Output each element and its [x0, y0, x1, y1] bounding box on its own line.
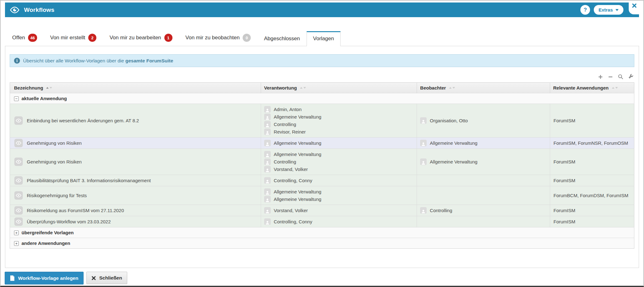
responsible-cell: Allgemeine Verwaltung	[261, 138, 417, 149]
settings-icon[interactable]	[628, 74, 634, 80]
person-entry: Allgemeine Verwaltung	[420, 158, 546, 165]
create-button-label: Workflow-Vorlage anlegen	[18, 275, 78, 281]
expand-group-icon[interactable]: +	[14, 231, 19, 235]
template-name: Risikogenehmigung für Tests	[27, 193, 87, 198]
relevant-apps-cell: ForumISM	[550, 216, 634, 227]
person-entry: Admin, Anton	[264, 106, 414, 113]
workflows-window: Workflows ? Extras Offen46Von mir erstel…	[0, 0, 644, 287]
person-icon	[264, 188, 271, 195]
sort-arrows-icon	[612, 87, 618, 89]
expand-group-icon[interactable]: +	[14, 241, 19, 246]
person-icon	[420, 158, 427, 165]
tab-abgeschlossen[interactable]: Abgeschlossen	[257, 32, 306, 46]
workflow-template-icon	[14, 158, 23, 166]
person-entry: Vorstand, Volker	[264, 207, 414, 214]
sort-arrows-icon	[300, 87, 306, 89]
person-icon	[264, 177, 271, 184]
tab-von-mir-erstellt[interactable]: Von mir erstellt2	[44, 30, 103, 46]
template-row[interactable]: Risikomeldung aus ForumISM vom 27.11.202…	[10, 205, 634, 216]
person-entry: Allgemeine Verwaltung	[264, 151, 414, 158]
workflow-template-icon	[14, 176, 23, 185]
expand-all-icon[interactable]	[598, 74, 603, 80]
observer-cell: Controlling	[417, 205, 550, 216]
template-row[interactable]: Genehmigung von RisikenAllgemeine Verwal…	[10, 138, 634, 149]
group-row-uebergreifende-vorlagen[interactable]: +übergreifende Vorlagen	[10, 227, 634, 238]
extras-label: Extras	[598, 7, 613, 12]
tab-label: Offen	[12, 35, 25, 41]
relevant-apps-cell: ForumISM, ForumNSR, ForumOSM	[550, 138, 634, 149]
extras-button[interactable]: Extras	[594, 5, 623, 15]
search-icon[interactable]	[618, 74, 623, 80]
template-row[interactable]: Plausibilitätsprüfung BAIT 3. Informatio…	[10, 175, 634, 186]
observer-cell	[417, 216, 550, 227]
person-entry: Allgemeine Verwaltung	[264, 188, 414, 195]
collapse-all-icon[interactable]	[608, 74, 613, 80]
group-label: aktuelle Anwendung	[22, 96, 67, 101]
relevant-apps-cell: ForumISM	[550, 149, 634, 175]
info-text: Übersicht über alle Workflow-Vorlagen üb…	[23, 58, 173, 64]
column-header-beobachter[interactable]: Beobachter	[417, 83, 550, 93]
template-row[interactable]: Einbindung bei wesentlichen Änderungen g…	[10, 104, 634, 138]
tab-label: Vorlagen	[313, 36, 334, 42]
workflow-template-icon	[14, 217, 23, 226]
responsible-cell: Allgemeine VerwaltungAllgemeine Verwaltu…	[261, 186, 417, 205]
template-row[interactable]: Überprüfungs-Workflow vom 23.03.2022Cont…	[10, 216, 634, 227]
template-row[interactable]: Risikogenehmigung für TestsAllgemeine Ve…	[10, 186, 634, 205]
responsible-cell: Controlling, Conny	[261, 216, 417, 227]
info-icon: i	[14, 58, 20, 64]
responsible-cell: Allgemeine VerwaltungControllingVorstand…	[261, 149, 417, 175]
tab-von-mir-zu-beobachten[interactable]: Von mir zu beobachten0	[179, 30, 258, 46]
template-name: Risikomeldung aus ForumISM vom 27.11.202…	[27, 208, 124, 213]
person-entry: Controlling, Conny	[264, 218, 414, 225]
close-icon	[632, 3, 637, 9]
person-icon	[264, 218, 271, 225]
template-row[interactable]: Genehmigung von RisikenAllgemeine Verwal…	[10, 149, 634, 175]
tab-label: Von mir erstellt	[50, 35, 85, 41]
footer-bar: Workflow-Vorlage anlegen Schließen	[1, 268, 643, 285]
person-entry: Controlling	[264, 158, 414, 165]
close-button[interactable]	[629, 1, 640, 14]
group-row-aktuelle-anwendung[interactable]: −aktuelle Anwendung	[10, 93, 634, 104]
tab-offen[interactable]: Offen46	[6, 30, 44, 46]
person-icon	[264, 106, 271, 113]
person-icon	[264, 114, 271, 120]
tabbar: Offen46Von mir erstellt2Von mir zu bearb…	[5, 17, 639, 46]
person-icon	[420, 117, 427, 124]
column-header-relevante-anwendungen[interactable]: Relevante Anwendungen	[550, 83, 634, 93]
close-dialog-button[interactable]: Schließen	[86, 272, 127, 284]
person-icon	[420, 140, 427, 146]
relevant-apps-cell: ForumISM	[550, 175, 634, 186]
observer-cell: Allgemeine Verwaltung	[417, 149, 550, 175]
table-header-row: BezeichnungVerantwortungBeobachterReleva…	[10, 83, 634, 93]
chevron-down-icon	[615, 9, 619, 11]
person-icon	[264, 207, 271, 214]
template-name: Genehmigung von Risiken	[27, 159, 82, 164]
person-icon	[264, 166, 271, 173]
person-entry: Revisor, Reiner	[264, 129, 414, 135]
titlebar: Workflows ? Extras	[5, 2, 639, 17]
tab-von-mir-zu-bearbeiten[interactable]: Von mir zu bearbeiten1	[103, 30, 179, 46]
template-name: Einbindung bei wesentlichen Änderungen g…	[27, 118, 139, 123]
sort-arrows-icon	[449, 87, 455, 89]
column-header-verantwortung[interactable]: Verantwortung	[261, 83, 417, 93]
info-banner: i Übersicht über alle Workflow-Vorlagen …	[10, 54, 634, 67]
group-label: übergreifende Vorlagen	[22, 230, 74, 235]
workflow-template-icon	[14, 116, 23, 125]
observer-cell: Organisation, Otto	[417, 104, 550, 138]
column-header-bezeichnung[interactable]: Bezeichnung	[10, 83, 261, 93]
person-icon	[264, 140, 271, 146]
person-icon	[264, 121, 271, 128]
workflow-template-icon	[14, 191, 23, 200]
help-button[interactable]: ?	[580, 5, 590, 15]
tab-vorlagen[interactable]: Vorlagen	[307, 31, 341, 46]
collapse-group-icon[interactable]: −	[14, 96, 19, 101]
table-toolbar	[5, 74, 634, 80]
person-icon	[264, 129, 271, 135]
observer-cell	[417, 186, 550, 205]
group-row-andere-anwendungen[interactable]: +andere Anwendungen	[10, 238, 634, 249]
tab-count-badge: 46	[28, 34, 37, 42]
person-entry: Allgemeine Verwaltung	[264, 140, 414, 146]
person-entry: Organisation, Otto	[420, 117, 546, 124]
create-workflow-template-button[interactable]: Workflow-Vorlage anlegen	[5, 272, 84, 285]
document-icon	[10, 275, 15, 281]
